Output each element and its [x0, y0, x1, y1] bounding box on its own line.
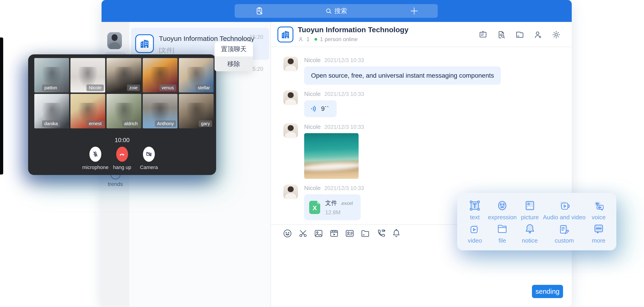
panel-item-video[interactable]: video — [462, 222, 488, 245]
file-folder-icon — [496, 223, 508, 235]
camera-muted-icon — [146, 151, 152, 158]
sender-avatar — [283, 57, 298, 71]
sender-name: Nicole — [304, 90, 321, 97]
conversation-time: 15:20 — [250, 34, 263, 40]
participant-tile: Anthony — [143, 94, 178, 128]
panel-item-custom[interactable]: custom — [543, 222, 586, 245]
participant-tile: gary — [179, 94, 214, 128]
panel-item-picture[interactable]: picture — [516, 198, 543, 222]
message: Nicole 2021/12/3 10:33 9`` — [283, 90, 298, 105]
participant-grid: patton Nicole zoie venus stellar danika … — [34, 58, 214, 128]
chat-title: Tuoyun Information Technology — [298, 25, 408, 34]
online-dot — [314, 38, 317, 41]
participant-tile: aldrich — [106, 94, 141, 128]
participant-tile: ernest — [70, 94, 105, 128]
company-group-icon — [135, 34, 154, 53]
participant-name: Anthony — [155, 120, 176, 127]
message-text: Open source, free, and universal instant… — [311, 72, 494, 79]
page-background: 搜索 trends — [0, 0, 644, 307]
video-icon — [468, 223, 481, 235]
participant-name: venus — [160, 84, 176, 91]
emoji-icon[interactable] — [282, 228, 292, 239]
panel-item-notice[interactable]: notice — [516, 222, 543, 245]
members-icon — [298, 36, 304, 42]
panel-item-text[interactable]: text — [462, 198, 488, 222]
file-message-bubble[interactable]: 文件 .excel 12.8M — [304, 194, 361, 220]
text-message-bubble[interactable]: Open source, free, and universal instant… — [304, 66, 501, 85]
chat-header-actions — [478, 30, 561, 39]
add-icon[interactable] — [409, 6, 419, 17]
background-strip — [0, 37, 3, 175]
sender-avatar — [283, 90, 298, 105]
participant-tile: Nicole — [70, 58, 105, 92]
screenshot-scissors-icon[interactable] — [298, 228, 308, 239]
panel-item-expression[interactable]: expression — [488, 198, 517, 222]
participant-tile: zoie — [106, 58, 141, 92]
panel-item-more[interactable]: more — [586, 222, 612, 245]
file-extension: .excel — [340, 201, 353, 206]
hang-up-button[interactable] — [116, 147, 128, 162]
notification-bell-icon[interactable] — [391, 228, 401, 239]
user-avatar[interactable] — [107, 32, 122, 49]
company-group-icon — [278, 26, 294, 42]
participant-name: gary — [199, 120, 212, 127]
participant-name: patton — [42, 84, 60, 91]
contact-card-icon[interactable] — [345, 228, 355, 239]
participant-tile: patton — [34, 58, 69, 92]
add-member-icon[interactable] — [533, 30, 542, 39]
video-clapper-icon[interactable] — [329, 228, 339, 239]
menu-item-pin-chat[interactable]: 置顶聊天 — [214, 41, 253, 56]
picture-icon — [524, 199, 536, 212]
trends-label: trends — [102, 181, 129, 187]
excel-file-icon — [309, 201, 320, 214]
sender-avatar — [283, 123, 298, 138]
participant-tile: danika — [34, 94, 69, 128]
more-icon — [592, 223, 605, 235]
message-time: 2021/12/3 10:33 — [324, 185, 364, 191]
control-label: microphone — [82, 164, 109, 170]
chat-header: Tuoyun Information Technology 1 1 person… — [271, 22, 572, 47]
control-label: Camera — [140, 164, 158, 170]
voice-duration: 9`` — [321, 105, 329, 112]
participant-name: zoie — [127, 84, 140, 91]
notice-bell-icon — [524, 223, 536, 235]
voice-call-icon[interactable] — [376, 228, 386, 239]
panel-item-file[interactable]: file — [488, 222, 517, 245]
chat-subtitle: 1 1 person online — [298, 36, 358, 42]
audio-video-icon — [558, 199, 570, 212]
picture-icon[interactable] — [314, 228, 324, 239]
participant-tile: venus — [143, 58, 178, 92]
image-message-beach[interactable] — [304, 133, 358, 179]
send-button[interactable]: sending — [532, 285, 563, 298]
search-input[interactable]: 搜索 — [235, 4, 438, 18]
microphone-mute-button[interactable] — [90, 147, 101, 162]
control-label: hang up — [113, 164, 131, 170]
menu-item-remove[interactable]: 移除 — [214, 56, 253, 71]
settings-gear-icon[interactable] — [552, 30, 561, 39]
panel-item-voice[interactable]: voice — [586, 198, 612, 222]
text-icon — [468, 199, 481, 212]
file-name: 文件 — [325, 199, 337, 206]
app-topbar: 搜索 — [102, 0, 572, 22]
notice-board-icon[interactable] — [478, 30, 488, 39]
camera-mute-button[interactable] — [143, 147, 155, 162]
panel-item-audio-video[interactable]: Audio and video — [543, 198, 586, 222]
sender-name: Nicole — [304, 57, 321, 64]
voice-wave-icon — [310, 105, 318, 113]
participant-name: aldrich — [122, 120, 140, 127]
files-icon[interactable] — [515, 30, 524, 39]
search-icon — [325, 7, 332, 14]
online-status: 1 person online — [320, 36, 358, 42]
search-bar[interactable]: 搜索 — [235, 4, 438, 18]
folder-icon[interactable] — [360, 228, 370, 239]
hang-up-icon — [119, 151, 126, 158]
message: Nicole 2021/12/3 10:33 Open source, free… — [283, 57, 298, 71]
conversation-preview: [文件] — [159, 46, 174, 54]
call-timer: 10:00 — [28, 137, 216, 144]
file-size: 12.8M — [325, 209, 353, 216]
voice-message-bubble[interactable]: 9`` — [304, 100, 337, 117]
expression-icon — [496, 199, 508, 212]
chat-record-search-icon[interactable] — [497, 30, 506, 39]
message: Nicole 2021/12/3 10:33 — [283, 123, 298, 138]
sender-avatar — [283, 185, 298, 199]
